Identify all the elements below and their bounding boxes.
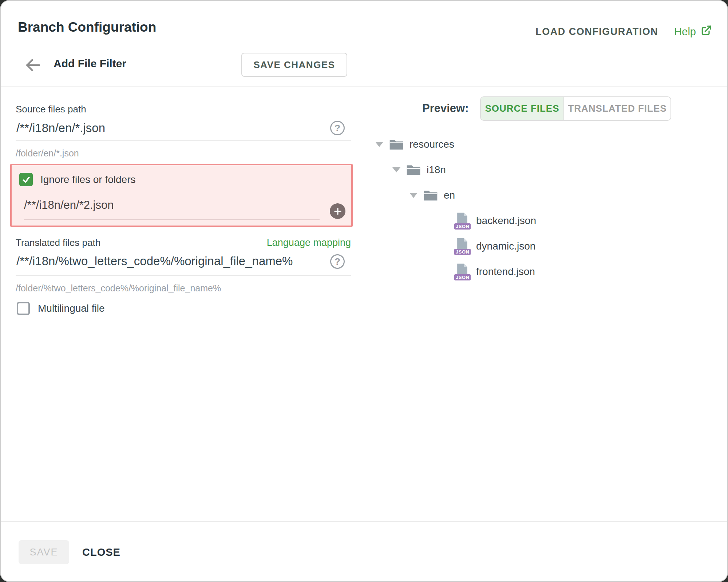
json-badge: JSON: [454, 274, 471, 280]
source-files-path-label: Source files path: [16, 104, 86, 115]
preview-label: Preview:: [422, 102, 469, 115]
tree-row-resources[interactable]: resources: [368, 132, 536, 157]
preview-toggle-group: SOURCE FILES TRANSLATED FILES: [480, 96, 671, 121]
subheader-title: Add File Filter: [54, 57, 126, 70]
translated-files-path-label: Translated files path: [16, 237, 100, 248]
ignore-input-underline: [24, 219, 320, 220]
json-badge: JSON: [454, 249, 471, 255]
translated-files-label-row: Translated files path Language mapping: [16, 237, 351, 248]
help-link[interactable]: Help: [674, 25, 712, 39]
translated-path-help-icon[interactable]: ?: [330, 254, 345, 269]
tree-row-en[interactable]: en: [368, 183, 536, 208]
tab-source-files[interactable]: SOURCE FILES: [481, 97, 564, 120]
file-tree: resources i18n en JSON: [368, 132, 536, 284]
tree-folder-label: resources: [410, 139, 454, 150]
back-button[interactable]: [24, 56, 42, 74]
page-title: Branch Configuration: [18, 20, 156, 35]
arrow-left-icon: [24, 56, 42, 74]
tab-translated-files[interactable]: TRANSLATED FILES: [564, 97, 670, 120]
tree-file-label: backend.json: [476, 215, 536, 227]
chevron-down-icon[interactable]: [410, 193, 418, 198]
folder-icon: [406, 164, 421, 176]
translated-path-hint: /folder/%two_letters_code%/%original_fil…: [16, 283, 221, 294]
translated-files-path-input[interactable]: /**/i18n/%two_letters_code%/%original_fi…: [16, 254, 293, 268]
tree-file-label: frontend.json: [476, 266, 535, 278]
json-file-icon: JSON: [455, 212, 471, 230]
json-file-icon: JSON: [455, 238, 471, 255]
ignore-pattern-input[interactable]: /**/i18n/en/*2.json: [24, 199, 114, 212]
tree-folder-label: en: [444, 190, 455, 201]
tree-row-i18n[interactable]: i18n: [368, 157, 536, 183]
multilingual-checkbox-unchecked[interactable]: [17, 302, 30, 315]
save-changes-button[interactable]: SAVE CHANGES: [241, 53, 347, 77]
plus-icon: [333, 207, 342, 216]
add-ignore-pattern-button[interactable]: [330, 203, 345, 219]
close-button[interactable]: CLOSE: [82, 540, 120, 564]
chevron-down-icon[interactable]: [375, 142, 383, 147]
folder-icon: [389, 138, 404, 151]
ignore-files-checkbox-checked[interactable]: [19, 173, 33, 186]
translated-input-underline: [16, 275, 351, 276]
source-input-underline: [16, 140, 351, 141]
multilingual-checkbox-row[interactable]: Multilingual file: [17, 302, 105, 315]
tree-file-label: dynamic.json: [476, 240, 535, 252]
check-icon: [21, 175, 31, 184]
load-configuration-button[interactable]: LOAD CONFIGURATION: [535, 26, 658, 37]
chevron-down-icon[interactable]: [392, 167, 400, 172]
ignore-files-highlight-box: Ignore files or folders /**/i18n/en/*2.j…: [10, 164, 353, 227]
tree-row-frontend-json[interactable]: JSON frontend.json: [368, 259, 536, 284]
help-link-label: Help: [674, 26, 696, 38]
source-path-help-icon[interactable]: ?: [330, 121, 345, 135]
save-button-disabled[interactable]: SAVE: [19, 540, 69, 564]
source-path-hint: /folder/en/*.json: [16, 148, 79, 159]
ignore-files-label: Ignore files or folders: [40, 174, 135, 186]
multilingual-label: Multilingual file: [38, 303, 105, 314]
tree-row-dynamic-json[interactable]: JSON dynamic.json: [368, 234, 536, 259]
header-divider: [1, 86, 727, 87]
external-link-icon: [700, 25, 712, 39]
header-actions: LOAD CONFIGURATION Help: [535, 25, 712, 39]
tree-row-backend-json[interactable]: JSON backend.json: [368, 208, 536, 234]
branch-configuration-dialog: Branch Configuration LOAD CONFIGURATION …: [0, 0, 728, 582]
json-file-icon: JSON: [455, 263, 471, 280]
json-badge: JSON: [454, 223, 471, 230]
ignore-files-checkbox-row[interactable]: Ignore files or folders: [19, 173, 135, 186]
language-mapping-link[interactable]: Language mapping: [267, 237, 351, 248]
footer-divider: [1, 521, 727, 522]
folder-icon: [423, 189, 438, 202]
tree-folder-label: i18n: [427, 164, 446, 176]
source-files-path-input[interactable]: /**/i18n/en/*.json: [16, 121, 105, 135]
